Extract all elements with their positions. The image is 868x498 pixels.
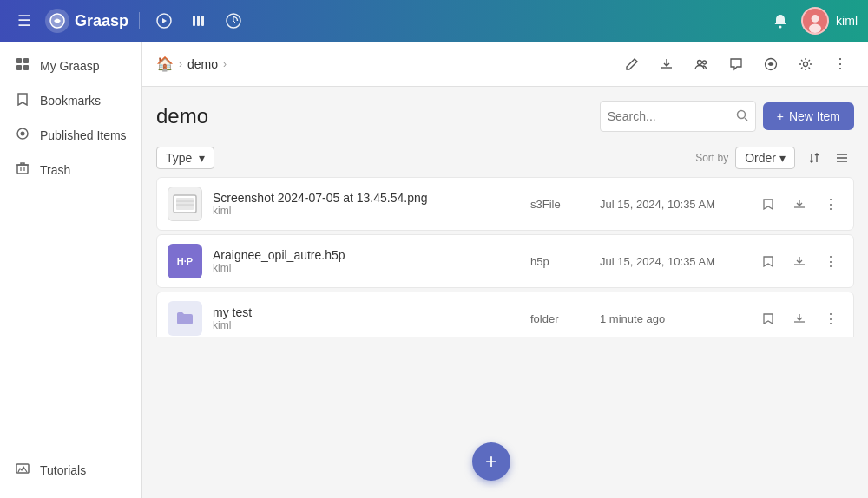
download-file-button[interactable] xyxy=(787,249,812,273)
file-info: Screenshot 2024-07-05 at 13.45.54.png ki… xyxy=(213,191,530,217)
fab-plus-icon: + xyxy=(485,449,497,474)
trash-icon xyxy=(14,161,31,179)
more-options-button[interactable]: ⋮ xyxy=(826,50,854,78)
file-list: Screenshot 2024-07-05 at 13.45.54.png ki… xyxy=(142,177,868,337)
svg-rect-2 xyxy=(193,16,195,26)
notification-bell-button[interactable] xyxy=(766,7,794,35)
sidebar-bottom: Tutorials xyxy=(0,453,141,498)
svg-rect-16 xyxy=(17,165,28,174)
my-graasp-icon xyxy=(14,57,31,75)
svg-rect-4 xyxy=(201,16,204,26)
sort-area: Sort by Order ▾ xyxy=(695,146,854,170)
file-type: folder xyxy=(530,312,600,325)
svg-point-19 xyxy=(703,61,707,64)
sort-order-dropdown[interactable]: Order ▾ xyxy=(735,147,795,169)
type-filter-dropdown[interactable]: Type ▾ xyxy=(156,147,214,169)
file-row-actions: ⋮ xyxy=(756,249,843,273)
file-name: Screenshot 2024-07-05 at 13.45.54.png xyxy=(213,191,530,205)
svg-point-8 xyxy=(812,15,819,23)
content-header: 🏠 › demo › xyxy=(142,42,868,87)
file-type: h5p xyxy=(530,255,600,268)
file-thumbnail xyxy=(168,301,202,336)
svg-point-18 xyxy=(698,60,702,64)
file-thumbnail xyxy=(168,187,202,221)
sidebar-item-bookmarks[interactable]: Bookmarks xyxy=(3,83,138,118)
graasp-circle-button[interactable] xyxy=(757,50,785,78)
sidebar-item-tutorials-label: Tutorials xyxy=(40,463,86,477)
nav-icon-library[interactable] xyxy=(185,7,213,35)
svg-rect-13 xyxy=(23,65,29,70)
new-item-button[interactable]: + New Item xyxy=(763,102,854,130)
table-row[interactable]: my test kiml folder 1 minute ago ⋮ xyxy=(156,292,854,337)
search-box[interactable] xyxy=(600,101,756,132)
edit-button[interactable] xyxy=(618,50,646,78)
tutorials-icon xyxy=(14,462,31,479)
table-row[interactable]: Screenshot 2024-07-05 at 13.45.54.png ki… xyxy=(156,177,854,231)
top-nav-right: kiml xyxy=(766,7,858,35)
more-file-options-button[interactable]: ⋮ xyxy=(819,306,843,331)
toolbar: Type ▾ Sort by Order ▾ xyxy=(142,139,868,177)
type-filter-chevron-icon: ▾ xyxy=(199,151,205,165)
file-owner: kiml xyxy=(213,319,530,331)
more-file-options-button[interactable]: ⋮ xyxy=(819,192,843,216)
download-button[interactable] xyxy=(653,50,681,78)
sidebar-item-tutorials[interactable]: Tutorials xyxy=(3,453,138,488)
sort-by-label: Sort by xyxy=(695,152,728,164)
list-view-button[interactable] xyxy=(830,146,854,170)
main-layout: My Graasp Bookmarks Published Items Tras… xyxy=(0,42,868,498)
svg-rect-24 xyxy=(176,198,194,210)
fab-add-button[interactable]: + xyxy=(472,442,510,481)
breadcrumb-separator-1: › xyxy=(179,58,182,70)
new-item-label: New Item xyxy=(789,109,840,123)
search-icon[interactable] xyxy=(736,109,748,124)
settings-button[interactable] xyxy=(792,50,819,78)
bookmarks-icon xyxy=(14,92,31,109)
svg-rect-10 xyxy=(16,58,22,63)
header-actions: ⋮ xyxy=(618,50,854,78)
svg-point-15 xyxy=(21,132,25,136)
page-title-area: demo + New Item xyxy=(142,87,868,139)
search-input[interactable] xyxy=(608,109,736,123)
file-owner: kiml xyxy=(213,205,530,217)
svg-point-9 xyxy=(809,24,821,34)
sidebar-nav: My Graasp Bookmarks Published Items Tras… xyxy=(0,42,141,498)
sidebar-item-my-graasp[interactable]: My Graasp xyxy=(3,49,138,83)
hamburger-menu-button[interactable]: ☰ xyxy=(10,7,38,35)
sidebar: My Graasp Bookmarks Published Items Tras… xyxy=(0,42,142,498)
bookmark-file-button[interactable] xyxy=(756,192,780,216)
view-icons xyxy=(802,146,854,170)
file-thumbnail: H·P xyxy=(168,244,202,278)
search-and-new: + New Item xyxy=(600,101,854,132)
file-info: Araignee_opil_autre.h5p kiml xyxy=(213,248,530,274)
breadcrumb-home-icon[interactable]: 🏠 xyxy=(156,56,174,72)
download-file-button[interactable] xyxy=(787,192,812,216)
share-users-button[interactable] xyxy=(687,50,715,78)
more-file-options-button[interactable]: ⋮ xyxy=(819,249,843,273)
svg-rect-3 xyxy=(197,16,200,26)
user-name-label: kiml xyxy=(836,14,858,28)
breadcrumb-separator-2: › xyxy=(223,58,227,70)
nav-icon-analytics[interactable] xyxy=(220,7,247,35)
chat-button[interactable] xyxy=(722,50,750,78)
breadcrumb-demo-link[interactable]: demo xyxy=(187,57,218,71)
file-date: 1 minute ago xyxy=(600,312,756,325)
svg-rect-12 xyxy=(16,65,22,70)
content-body: demo + New Item Typ xyxy=(142,87,868,498)
nav-separator xyxy=(139,12,140,29)
page-title: demo xyxy=(156,104,208,128)
download-file-button[interactable] xyxy=(787,306,812,331)
file-name: my test xyxy=(213,305,530,319)
sort-order-value: Order xyxy=(745,151,776,165)
bookmark-file-button[interactable] xyxy=(756,306,780,331)
brand-logo: Graasp xyxy=(45,9,128,33)
table-row[interactable]: H·P Araignee_opil_autre.h5p kiml h5p Jul… xyxy=(156,234,854,288)
file-row-actions: ⋮ xyxy=(756,192,843,216)
fab-area: + xyxy=(142,337,868,498)
sort-arrows-button[interactable] xyxy=(802,146,826,170)
sidebar-item-published-items[interactable]: Published Items xyxy=(3,118,138,153)
avatar[interactable] xyxy=(801,7,829,35)
file-date: Jul 15, 2024, 10:35 AM xyxy=(600,198,756,211)
bookmark-file-button[interactable] xyxy=(756,249,780,273)
nav-icon-play[interactable] xyxy=(150,7,178,35)
sidebar-item-trash[interactable]: Trash xyxy=(3,153,138,187)
